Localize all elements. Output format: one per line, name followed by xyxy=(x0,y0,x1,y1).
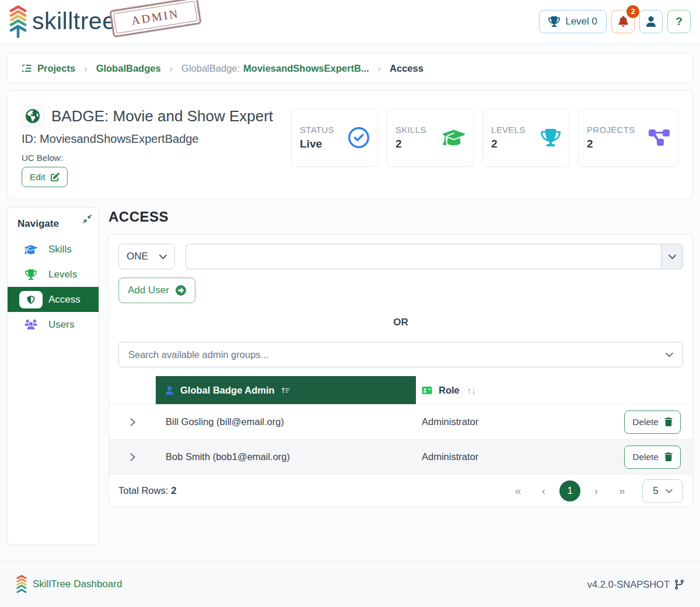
breadcrumb-global-badges[interactable]: GlobalBadges xyxy=(96,63,161,74)
badge-id: ID: MoviesandShowsExpertBadge xyxy=(22,132,273,146)
app-footer: SkillTree Dashboard v4.2.0-SNAPSHOT xyxy=(0,561,700,607)
sidebar-item-levels[interactable]: Levels xyxy=(8,262,99,287)
next-page-button[interactable]: › xyxy=(586,481,606,501)
chevron-down-icon xyxy=(666,489,673,493)
stat-card-status: STATUS Live xyxy=(291,108,378,167)
breadcrumb-projects[interactable]: Projects xyxy=(37,63,75,74)
table-header-row: Global Badge Admin Role xyxy=(109,376,692,404)
delete-button-label: Delete xyxy=(632,417,659,427)
user-icon xyxy=(646,16,656,27)
new-user-input[interactable] xyxy=(186,244,661,269)
users-icon xyxy=(19,320,43,329)
trash-icon xyxy=(664,417,673,426)
breadcrumb-badge-name[interactable]: MoviesandShowsExpertB... xyxy=(243,63,369,74)
table-pagination: Total Rows:2 « ‹ 1 › » 5 xyxy=(109,474,692,507)
admin-group-search-placeholder: Search available admin groups... xyxy=(128,349,268,360)
prev-page-button[interactable]: ‹ xyxy=(534,481,554,501)
stat-label: STATUS xyxy=(300,125,334,135)
dashboard-link[interactable]: SkillTree Dashboard xyxy=(33,578,122,590)
chevron-down-icon xyxy=(666,352,673,357)
admin-group-search-select[interactable]: Search available admin groups... xyxy=(118,342,683,367)
column-header-user[interactable]: Global Badge Admin xyxy=(156,376,416,404)
logo-area[interactable]: skilltree ADMIN xyxy=(9,5,200,38)
stat-label: PROJECTS xyxy=(587,125,635,135)
delete-user-button[interactable]: Delete xyxy=(624,445,681,469)
sidebar-item-access[interactable]: Access xyxy=(8,287,99,312)
row-expand-chevron[interactable] xyxy=(109,418,156,426)
user-settings-button[interactable] xyxy=(639,10,663,33)
sidebar-item-users[interactable]: Users xyxy=(8,312,99,337)
trophy-icon xyxy=(19,269,43,280)
person-icon xyxy=(165,386,174,395)
user-role-cell: Administrator xyxy=(422,451,478,462)
version-label: v4.2.0-SNAPSHOT xyxy=(587,579,670,590)
navigation-sidebar: Navigate Skills Levels Access xyxy=(7,207,99,545)
chevron-right-icon: › xyxy=(170,63,173,74)
admins-table: Global Badge Admin Role xyxy=(109,376,692,474)
sidebar-item-label: Skills xyxy=(48,244,72,255)
stat-value: Live xyxy=(300,138,334,150)
trophy-icon xyxy=(548,16,560,27)
sort-icon: ↑↓ xyxy=(467,385,476,395)
total-rows-value: 2 xyxy=(171,485,176,496)
stat-label: SKILLS xyxy=(396,125,426,135)
stat-card-projects: PROJECTS 2 xyxy=(578,108,678,167)
current-page-button[interactable]: 1 xyxy=(559,480,580,501)
user-suggestions-toggle[interactable] xyxy=(661,244,683,269)
app-header: skilltree ADMIN Level 0 2 ? xyxy=(0,0,700,43)
delete-user-button[interactable]: Delete xyxy=(624,410,681,434)
sidebar-item-skills[interactable]: Skills xyxy=(8,237,99,262)
chevron-right-icon: › xyxy=(84,63,88,74)
delete-button-label: Delete xyxy=(632,452,659,462)
help-button[interactable]: ? xyxy=(667,10,691,33)
bell-icon xyxy=(618,16,629,27)
check-circle-icon xyxy=(348,127,369,148)
table-row: Bill Gosling (bill@email.org) Administra… xyxy=(109,404,692,439)
level-button-label: Level 0 xyxy=(565,16,597,27)
edit-badge-button[interactable]: Edit xyxy=(22,167,68,187)
user-role-cell: Administrator xyxy=(422,416,478,427)
trophy-icon xyxy=(541,128,561,147)
stat-value: 2 xyxy=(396,138,426,150)
sidebar-item-label: Users xyxy=(48,319,74,331)
git-branch-icon xyxy=(675,580,684,590)
table-row: Bob Smith (bob1@email.org) Administrator… xyxy=(109,439,692,474)
arrow-circle-right-icon xyxy=(176,285,186,296)
stat-card-skills: SKILLS 2 xyxy=(387,108,474,167)
breadcrumb-badge-prefix: GlobalBadge: xyxy=(181,63,240,74)
graduation-cap-icon xyxy=(19,244,43,255)
trash-icon xyxy=(664,452,673,461)
compress-icon[interactable] xyxy=(83,215,92,223)
chevron-down-icon xyxy=(668,254,676,259)
badge-title: BADGE: Movie and Show Expert xyxy=(51,107,273,125)
stat-label: LEVELS xyxy=(491,125,526,135)
column-header-role[interactable]: Role ↑↓ xyxy=(416,376,692,404)
row-expand-chevron[interactable] xyxy=(109,453,156,461)
user-type-select[interactable]: ONE xyxy=(118,244,175,269)
total-rows: Total Rows:2 xyxy=(118,485,176,496)
add-user-button-label: Add User xyxy=(128,285,169,296)
edit-icon xyxy=(51,173,60,181)
skilltree-logo-icon xyxy=(9,5,27,38)
chevron-down-icon xyxy=(159,254,167,259)
breadcrumb-current: Access xyxy=(390,63,424,74)
last-page-button[interactable]: » xyxy=(612,481,632,501)
skilltree-logo-icon xyxy=(16,575,27,594)
user-name-cell: Bill Gosling (bill@email.org) xyxy=(156,416,416,427)
user-name-cell: Bob Smith (bob1@email.org) xyxy=(156,451,416,462)
notifications-button[interactable]: 2 xyxy=(611,10,635,33)
column-header-role-label: Role xyxy=(439,385,460,396)
page-size-value: 5 xyxy=(653,485,658,497)
stat-card-levels: LEVELS 2 xyxy=(482,108,569,167)
add-user-button[interactable]: Add User xyxy=(118,278,195,303)
chevron-right-icon: › xyxy=(378,63,382,74)
user-type-select-value: ONE xyxy=(127,251,148,262)
diagram-project-icon xyxy=(649,128,670,147)
level-button[interactable]: Level 0 xyxy=(539,10,607,33)
question-icon: ? xyxy=(676,15,682,28)
page-size-select[interactable]: 5 xyxy=(642,479,683,503)
badge-overview-card: BADGE: Movie and Show Expert ID: Moviesa… xyxy=(7,90,693,199)
first-page-button[interactable]: « xyxy=(508,481,528,501)
stat-value: 2 xyxy=(491,138,526,150)
edit-button-label: Edit xyxy=(30,172,46,183)
